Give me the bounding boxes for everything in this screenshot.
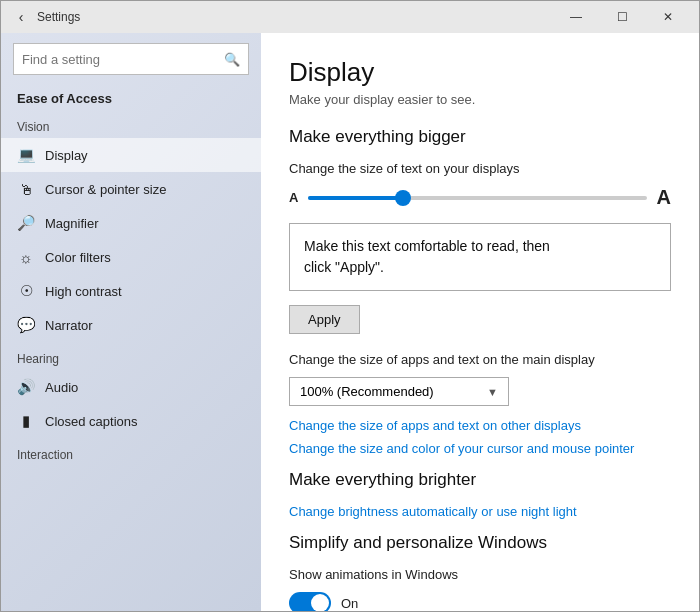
sidebar-group-vision: Vision <box>1 110 261 138</box>
sidebar-item-audio-label: Audio <box>45 380 78 395</box>
sidebar-item-narrator[interactable]: 💬 Narrator <box>1 308 261 342</box>
window-content: 🔍 Ease of Access Vision 💻 Display 🖱 Curs… <box>1 33 699 611</box>
text-size-slider-row: A A <box>289 186 671 209</box>
sidebar-item-high-contrast-label: High contrast <box>45 284 122 299</box>
preview-line1: Make this text comfortable to read, then <box>304 238 550 254</box>
animations-label: Show animations in Windows <box>289 567 671 582</box>
sidebar: 🔍 Ease of Access Vision 💻 Display 🖱 Curs… <box>1 33 261 611</box>
sidebar-section-label: Ease of Access <box>1 83 261 110</box>
high-contrast-icon: ☉ <box>17 282 35 300</box>
titlebar: ‹ Settings — ☐ ✕ <box>1 1 699 33</box>
apps-size-label: Change the size of apps and text on the … <box>289 352 671 367</box>
cursor-icon: 🖱 <box>17 180 35 198</box>
slider-max-label: A <box>657 186 671 209</box>
animations-toggle[interactable] <box>289 592 331 611</box>
sidebar-item-display[interactable]: 💻 Display <box>1 138 261 172</box>
section2-title: Make everything brighter <box>289 470 671 490</box>
display-icon: 💻 <box>17 146 35 164</box>
section1-title: Make everything bigger <box>289 127 671 147</box>
sidebar-item-display-label: Display <box>45 148 88 163</box>
text-size-slider[interactable] <box>308 196 646 200</box>
toggle-on-label: On <box>341 596 358 611</box>
animations-toggle-row: On <box>289 592 671 611</box>
toggle-knob <box>311 594 329 611</box>
sidebar-item-magnifier[interactable]: 🔎 Magnifier <box>1 206 261 240</box>
text-preview-box: Make this text comfortable to read, then… <box>289 223 671 291</box>
page-subtitle: Make your display easier to see. <box>289 92 671 107</box>
close-button[interactable]: ✕ <box>645 1 691 33</box>
section3-title: Simplify and personalize Windows <box>289 533 671 553</box>
sidebar-item-audio[interactable]: 🔊 Audio <box>1 370 261 404</box>
brightness-link[interactable]: Change brightness automatically or use n… <box>289 504 671 519</box>
search-input[interactable] <box>22 52 224 67</box>
sidebar-item-magnifier-label: Magnifier <box>45 216 98 231</box>
sidebar-item-color-filters[interactable]: ☼ Color filters <box>1 240 261 274</box>
color-filters-icon: ☼ <box>17 248 35 266</box>
chevron-down-icon: ▼ <box>487 386 498 398</box>
apply-button[interactable]: Apply <box>289 305 360 334</box>
sidebar-item-narrator-label: Narrator <box>45 318 93 333</box>
sidebar-item-color-filters-label: Color filters <box>45 250 111 265</box>
sidebar-item-cursor[interactable]: 🖱 Cursor & pointer size <box>1 172 261 206</box>
dropdown-value: 100% (Recommended) <box>300 384 434 399</box>
display-scale-dropdown[interactable]: 100% (Recommended) ▼ <box>289 377 509 406</box>
preview-line2: click "Apply". <box>304 259 384 275</box>
slider-fill <box>308 196 403 200</box>
window-controls: — ☐ ✕ <box>553 1 691 33</box>
other-displays-link[interactable]: Change the size of apps and text on othe… <box>289 418 671 433</box>
sidebar-group-interaction: Interaction <box>1 438 261 466</box>
captions-icon: ▮ <box>17 412 35 430</box>
maximize-button[interactable]: ☐ <box>599 1 645 33</box>
slider-min-label: A <box>289 190 298 205</box>
sidebar-group-hearing: Hearing <box>1 342 261 370</box>
minimize-button[interactable]: — <box>553 1 599 33</box>
sidebar-item-captions-label: Closed captions <box>45 414 138 429</box>
sidebar-item-high-contrast[interactable]: ☉ High contrast <box>1 274 261 308</box>
settings-window: ‹ Settings — ☐ ✕ 🔍 Ease of Access Vision… <box>0 0 700 612</box>
sidebar-item-cursor-label: Cursor & pointer size <box>45 182 166 197</box>
slider-thumb[interactable] <box>395 190 411 206</box>
back-button[interactable]: ‹ <box>9 5 33 29</box>
search-icon: 🔍 <box>224 52 240 67</box>
main-content: Display Make your display easier to see.… <box>261 33 699 611</box>
audio-icon: 🔊 <box>17 378 35 396</box>
narrator-icon: 💬 <box>17 316 35 334</box>
sidebar-item-captions[interactable]: ▮ Closed captions <box>1 404 261 438</box>
text-size-label: Change the size of text on your displays <box>289 161 671 176</box>
search-box[interactable]: 🔍 <box>13 43 249 75</box>
magnifier-icon: 🔎 <box>17 214 35 232</box>
page-title: Display <box>289 57 671 88</box>
cursor-color-link[interactable]: Change the size and color of your cursor… <box>289 441 671 456</box>
titlebar-title: Settings <box>37 10 553 24</box>
